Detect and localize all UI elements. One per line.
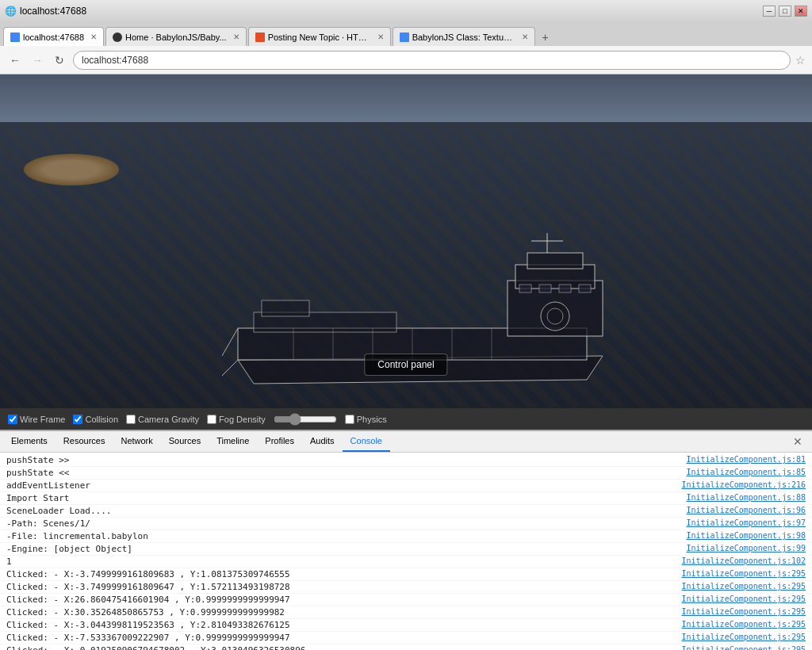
log-source[interactable]: InitializeComponent.js:98 [680,531,806,541]
console-log: pushState >>InitializeComponent.js:81pus… [0,453,812,650]
app-icon: 🌐 [5,6,17,17]
log-row: Clicked: - X:26.860475416601904 , Y:0.99… [0,594,812,606]
log-text: Clicked: - X:30.35264850865753 , Y:0.999… [6,607,675,618]
tab-favicon-4 [400,32,409,42]
physics-control[interactable]: Physics [345,415,387,424]
log-text: SceneLoader Load.... [6,506,680,516]
log-row: pushState >>InitializeComponent.js:81 [0,454,812,467]
svg-point-15 [541,302,569,331]
browser-chrome: 🌐 localhost:47688 ─ □ ✕ localhost:47688 … [0,0,812,75]
collision-checkbox[interactable] [73,415,82,424]
maximize-button[interactable]: □ [779,6,791,17]
log-source[interactable]: InitializeComponent.js:81 [680,455,806,465]
svg-rect-8 [262,300,309,316]
tab-favicon-3 [255,32,265,42]
new-tab-button[interactable]: + [537,29,554,46]
tab-close-4[interactable]: ✕ [522,32,528,41]
bookmark-icon[interactable]: ☆ [795,54,806,67]
tab-title-4: BabylonJS Class: Texture... [412,32,515,42]
devtools-tab-sources[interactable]: Sources [161,431,209,452]
svg-rect-17 [519,285,531,292]
tab-2[interactable]: Home · BabylonJS/Baby... ✕ [105,27,247,46]
camera-gravity-control[interactable]: Camera Gravity [126,415,199,424]
log-row: Clicked: - X:-3.0443998119523563 , Y:2.8… [0,619,812,632]
wireframe-checkbox[interactable] [8,415,17,424]
log-source[interactable]: InitializeComponent.js:295 [675,569,806,579]
devtools-tab-console[interactable]: Console [343,431,390,452]
log-row: -Path: Scenes/1/InitializeComponent.js:9… [0,518,812,530]
log-text: Clicked: - X:-7.533367009222907 , Y:0.99… [6,633,675,643]
log-row: 1InitializeComponent.js:102 [0,556,812,568]
window-title: localhost:47688 [20,6,86,17]
log-source[interactable]: InitializeComponent.js:295 [675,645,806,650]
tab-3[interactable]: Posting New Topic · HTM... ✕ [248,27,391,46]
log-source[interactable]: InitializeComponent.js:295 [675,607,806,618]
log-row: pushState <<InitializeComponent.js:85 [0,467,812,480]
devtools-close-button[interactable]: ✕ [787,431,809,452]
log-source[interactable]: InitializeComponent.js:102 [675,556,806,567]
log-source[interactable]: InitializeComponent.js:85 [680,468,806,478]
log-source[interactable]: InitializeComponent.js:216 [675,480,806,491]
devtools-tab-profiles[interactable]: Profiles [257,431,302,452]
log-row: Clicked: - X:-3.7499999161809683 , Y:1.0… [0,568,812,581]
log-text: Clicked: - X:-0.019250906794678002 , Y:3… [6,645,675,650]
tab-title-3: Posting New Topic · HTM... [268,32,371,42]
tab-1[interactable]: localhost:47688 ✕ [3,27,104,46]
log-source[interactable]: InitializeComponent.js:88 [680,493,806,503]
tab-close-2[interactable]: ✕ [233,32,239,41]
log-source[interactable]: InitializeComponent.js:295 [675,633,806,643]
fog-density-slider[interactable] [274,414,337,425]
collision-control[interactable]: Collision [73,415,118,424]
log-source[interactable]: InitializeComponent.js:295 [675,620,806,630]
tab-favicon-1 [10,32,20,42]
devtools-tab-network[interactable]: Network [113,431,160,452]
tab-close-1[interactable]: ✕ [90,32,97,41]
log-row: Clicked: - X:-7.533367009222907 , Y:0.99… [0,632,812,644]
tab-title-2: Home · BabylonJS/Baby... [125,32,227,42]
log-text: pushState << [6,468,680,478]
log-source[interactable]: InitializeComponent.js:99 [680,544,806,554]
svg-rect-18 [539,285,551,292]
log-text: pushState >> [6,455,680,465]
island [24,154,119,185]
log-row: Clicked: - X:-3.7499999161809647 , Y:1.5… [0,581,812,594]
log-source[interactable]: InitializeComponent.js:97 [680,518,806,529]
back-button[interactable]: ← [6,52,24,69]
physics-checkbox[interactable] [345,415,354,424]
tab-title-1: localhost:47688 [23,32,84,42]
devtools-panel: Elements Resources Network Sources Timel… [0,430,812,650]
devtools-tab-bar: Elements Resources Network Sources Timel… [0,431,812,453]
url-bar[interactable]: localhost:47688 [73,51,791,70]
log-text: addEventListener [6,480,675,491]
log-row: Clicked: - X:-0.019250906794678002 , Y:3… [0,644,812,650]
svg-line-22 [222,360,238,376]
log-row: addEventListenerInitializeComponent.js:2… [0,480,812,492]
game-viewport: Control panel [0,75,812,407]
log-source[interactable]: InitializeComponent.js:295 [675,582,806,592]
devtools-tab-elements[interactable]: Elements [3,431,56,452]
log-row: Clicked: - X:30.35264850865753 , Y:0.999… [0,606,812,619]
url-text: localhost:47688 [82,55,148,66]
control-panel-button[interactable]: Control panel [364,354,447,376]
log-row: -Engine: [object Object]InitializeCompon… [0,543,812,556]
log-text: Clicked: - X:-3.7499999161809647 , Y:1.5… [6,582,675,592]
fog-density-checkbox[interactable] [207,415,216,424]
devtools-tab-audits[interactable]: Audits [302,431,343,452]
forward-button[interactable]: → [29,52,46,69]
devtools-tab-timeline[interactable]: Timeline [209,431,257,452]
tab-close-3[interactable]: ✕ [377,32,384,41]
devtools-tab-resources[interactable]: Resources [56,431,113,452]
svg-line-21 [222,328,238,356]
camera-gravity-checkbox[interactable] [126,415,136,424]
log-row: SceneLoader Load....InitializeComponent.… [0,505,812,518]
minimize-button[interactable]: ─ [763,6,776,17]
tab-4[interactable]: BabylonJS Class: Texture... ✕ [393,27,535,46]
wireframe-control[interactable]: Wire Frame [8,415,65,424]
controls-bar: Wire Frame Collision Camera Gravity Fog … [0,407,812,430]
log-text: -Engine: [object Object] [6,544,680,554]
fog-density-control[interactable]: Fog Density [207,415,266,424]
refresh-button[interactable]: ↻ [51,52,68,69]
close-button[interactable]: ✕ [795,6,807,17]
log-source[interactable]: InitializeComponent.js:96 [680,506,806,516]
log-source[interactable]: InitializeComponent.js:295 [675,595,806,605]
